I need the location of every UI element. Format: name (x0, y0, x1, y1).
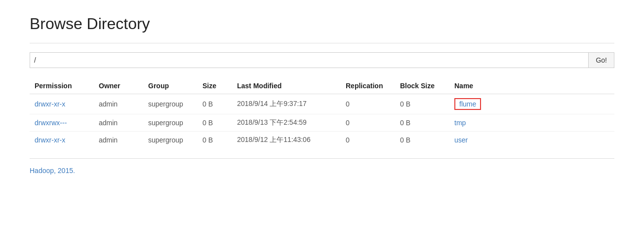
cell-group: supergroup (143, 94, 198, 114)
cell-owner: admin (94, 94, 143, 114)
cell-permission: drwxr-xr-x (30, 94, 94, 114)
cell-block_size: 0 B (395, 114, 449, 132)
cell-group: supergroup (143, 114, 198, 132)
col-header-block-size: Block Size (395, 78, 449, 94)
permission-link[interactable]: drwxr-xr-x (35, 136, 65, 144)
table-header-row: Permission Owner Group Size Last Modifie… (30, 78, 614, 94)
title-divider (30, 43, 614, 43)
cell-owner: admin (94, 132, 143, 149)
cell-last_modified: 2018/9/13 下午2:54:59 (232, 114, 341, 132)
col-header-replication: Replication (341, 78, 395, 94)
page-container: Browse Directory Go! Permission Owner Gr… (0, 0, 644, 189)
cell-size: 0 B (198, 132, 232, 149)
table-row: drwxrwx---adminsupergroup0 B2018/9/13 下午… (30, 114, 614, 132)
col-header-group: Group (143, 78, 198, 94)
cell-name[interactable]: tmp (449, 114, 614, 132)
page-title: Browse Directory (30, 15, 614, 33)
col-header-name: Name (449, 78, 614, 94)
go-button[interactable]: Go! (589, 52, 614, 68)
directory-name-link[interactable]: tmp (454, 119, 466, 127)
col-header-size: Size (198, 78, 232, 94)
cell-size: 0 B (198, 94, 232, 114)
cell-block_size: 0 B (395, 94, 449, 114)
cell-permission: drwxr-xr-x (30, 132, 94, 149)
table-row: drwxr-xr-xadminsupergroup0 B2018/9/12 上午… (30, 132, 614, 149)
directory-table: Permission Owner Group Size Last Modifie… (30, 78, 614, 148)
cell-name[interactable]: user (449, 132, 614, 149)
cell-last_modified: 2018/9/14 上午9:37:17 (232, 94, 341, 114)
cell-owner: admin (94, 114, 143, 132)
col-header-last-modified: Last Modified (232, 78, 341, 94)
permission-link[interactable]: drwxrwx--- (35, 119, 67, 127)
permission-link[interactable]: drwxr-xr-x (35, 100, 65, 108)
cell-permission: drwxrwx--- (30, 114, 94, 132)
cell-replication: 0 (341, 114, 395, 132)
cell-replication: 0 (341, 94, 395, 114)
path-input[interactable] (30, 52, 589, 68)
footer-text: Hadoop, 2015. (30, 167, 614, 175)
path-bar: Go! (30, 52, 614, 68)
cell-group: supergroup (143, 132, 198, 149)
table-row: drwxr-xr-xadminsupergroup0 B2018/9/14 上午… (30, 94, 614, 114)
footer-divider (30, 158, 614, 159)
cell-replication: 0 (341, 132, 395, 149)
col-header-permission: Permission (30, 78, 94, 94)
cell-name[interactable]: flume (449, 94, 614, 114)
cell-last_modified: 2018/9/12 上午11:43:06 (232, 132, 341, 149)
col-header-owner: Owner (94, 78, 143, 94)
directory-name-link[interactable]: flume (454, 98, 481, 110)
directory-name-link[interactable]: user (454, 136, 468, 144)
cell-block_size: 0 B (395, 132, 449, 149)
cell-size: 0 B (198, 114, 232, 132)
